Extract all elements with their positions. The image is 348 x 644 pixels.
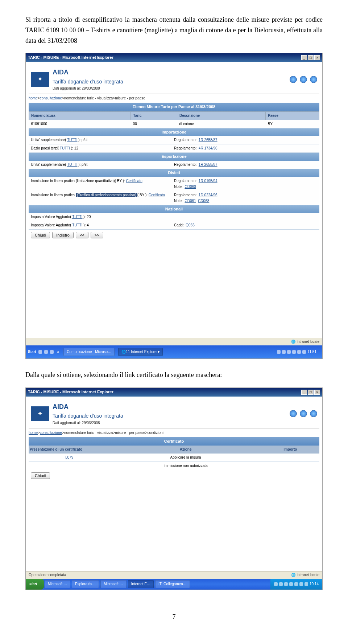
indietro-button[interactable]: Indietro (52, 232, 74, 238)
quicklaunch-icon[interactable] (44, 350, 48, 354)
taskbar-item-active[interactable]: 🌐 11 Internet Explorer ▾ (118, 348, 163, 356)
link-regolamento[interactable]: 4R 1734/96 (199, 146, 218, 150)
nomenclature-table: Nomenclatura Taric Descrizione Paese 610… (29, 111, 319, 128)
link-regolamento[interactable]: 1D 0224/96 (199, 193, 218, 197)
list-item: Imposta Valore Aggiunto( TUTTI ): 20 (29, 213, 319, 221)
table-row: L079 Applicare la misura (29, 454, 319, 462)
app-header: ✦ AIDA Tariffa doganale d'uso integrata … (29, 399, 319, 428)
header-btn-1-icon[interactable] (290, 410, 297, 417)
tray-icon[interactable] (302, 350, 306, 354)
link-certificato[interactable]: Certificato (149, 193, 165, 197)
maximize-icon[interactable]: □ (308, 55, 314, 60)
start-button[interactable]: start (26, 579, 44, 590)
app-title: AIDA (53, 67, 123, 78)
app-title: AIDA (53, 402, 123, 412)
list-item: Imposta Valore Aggiunto( TUTTI ): 4 Cadd… (29, 221, 319, 230)
tray-icon[interactable] (279, 582, 283, 586)
col-importo: Importo (261, 446, 319, 454)
taskbar-item-active[interactable]: Internet E… (128, 580, 154, 588)
link-tutti[interactable]: TUTTI (60, 146, 70, 150)
taskbar-item[interactable]: IT : Collegamen… (155, 580, 190, 588)
certificato-title-bar: Certificato (29, 437, 319, 446)
next-button[interactable]: >> (91, 232, 103, 238)
breadcrumb-consultazione[interactable]: consultazione (40, 431, 62, 435)
chiudi-button[interactable]: Chiudi (31, 232, 50, 238)
breadcrumb-home[interactable]: home (29, 431, 38, 435)
taskbar-item[interactable]: Esplora ris… (72, 580, 99, 588)
breadcrumb-consultazione[interactable]: consultazione (40, 96, 62, 100)
tray-icon[interactable] (287, 350, 291, 354)
window-title: TARIC - MISURE - Microsoft Internet Expl… (28, 54, 113, 61)
tray-icon[interactable] (297, 350, 301, 354)
link-l079[interactable]: L079 (65, 455, 73, 459)
clock: 11.51 (307, 349, 316, 355)
link-note[interactable]: CD061 (185, 199, 196, 203)
col-presentazione: Presentazione di un certificato (29, 446, 110, 454)
ie-icon: 🌐 (121, 349, 126, 355)
intro-paragraph: Si riporta a titolo di esemplificativo l… (25, 15, 323, 46)
cell-nom: 61091000 (29, 120, 131, 128)
taskbar: Start » Comunicazione - Microso… 🌐 11 In… (26, 345, 322, 358)
breadcrumb-home[interactable]: home (29, 96, 38, 100)
link-tutti[interactable]: TUTTI (67, 163, 77, 167)
tray-icon[interactable] (277, 350, 281, 354)
status-bar: Operazione completata 🌐 Intranet locale (26, 571, 322, 579)
cell-importo (261, 462, 319, 470)
col-taric: Taric (131, 111, 177, 120)
tray-icon[interactable] (292, 350, 296, 354)
link-regolamento[interactable]: 1R 2658/87 (199, 163, 218, 167)
tray-icon[interactable] (274, 582, 278, 586)
tray-icon[interactable] (294, 582, 298, 586)
header-btn-1-icon[interactable] (290, 76, 297, 83)
link-regolamento[interactable]: 1R 0195/94 (199, 179, 218, 183)
col-nomenclatura: Nomenclatura (29, 111, 131, 120)
close-icon[interactable]: × (314, 55, 320, 60)
start-button[interactable]: Start (28, 349, 36, 355)
importazione-header: Importazione (29, 128, 319, 136)
chiudi-button[interactable]: Chiudi (31, 472, 50, 479)
link-regolamento[interactable]: 1R 2658/87 (199, 138, 218, 142)
link-cadd[interactable]: Q056 (186, 223, 194, 227)
tray-icon[interactable] (299, 582, 303, 586)
app-subtitle: Tariffa doganale d'uso integrata (53, 78, 123, 86)
tray-icon[interactable] (289, 582, 293, 586)
quicklaunch-icon[interactable] (38, 350, 42, 354)
nazionali-header: Nazionali (29, 205, 319, 213)
taskbar-item[interactable]: Comunicazione - Microso… (63, 348, 115, 356)
title-bar-1: TARIC - MISURE - Microsoft Internet Expl… (26, 53, 322, 62)
screenshot-2: TARIC - MISURE - Microsoft Internet Expl… (25, 387, 323, 590)
status-left: Operazione completata (29, 572, 66, 578)
maximize-icon[interactable]: □ (308, 390, 314, 395)
cell-importo (261, 454, 319, 462)
agency-logo-icon: ✦ (31, 72, 49, 87)
col-azione: Azione (110, 446, 261, 454)
link-note[interactable]: CD068 (198, 199, 209, 203)
header-btn-2-icon[interactable] (300, 76, 307, 83)
close-icon[interactable]: × (314, 390, 320, 395)
link-certificato[interactable]: Certificato (126, 179, 142, 183)
status-bar: 🌐 Intranet locale (26, 338, 322, 345)
header-btn-2-icon[interactable] (300, 410, 307, 417)
taskbar-item[interactable]: Microsoft … (100, 580, 126, 588)
tray-icon[interactable] (304, 582, 308, 586)
clock: 10.14 (310, 581, 319, 587)
link-note[interactable]: CD060 (185, 185, 196, 189)
minimize-icon[interactable]: _ (301, 55, 307, 60)
minimize-icon[interactable]: _ (301, 390, 307, 395)
header-btn-3-icon[interactable] (310, 76, 317, 83)
list-title-bar: Elenco Misure Taric per Paese al 31/03/2… (29, 103, 319, 111)
link-tutti[interactable]: TUTTI (67, 138, 77, 142)
tray-icon[interactable] (284, 582, 288, 586)
breadcrumb: home>consultazione>nomenclature taric - … (29, 428, 319, 437)
quicklaunch-icon[interactable] (50, 350, 54, 354)
status-right: 🌐 Intranet locale (291, 339, 319, 345)
breadcrumb: home>consultazione>nomenclature taric - … (29, 94, 319, 103)
taskbar-item[interactable]: Microsoft … (45, 580, 70, 588)
link-tutti[interactable]: TUTTI (72, 215, 82, 219)
status-right: 🌐 Intranet locale (291, 572, 319, 578)
prev-button[interactable]: << (76, 232, 88, 238)
link-tutti[interactable]: TUTTI (72, 223, 82, 227)
header-btn-3-icon[interactable] (310, 410, 317, 417)
taskbar-xp: start Microsoft … Esplora ris… Microsoft… (26, 579, 322, 590)
tray-icon[interactable] (282, 350, 286, 354)
